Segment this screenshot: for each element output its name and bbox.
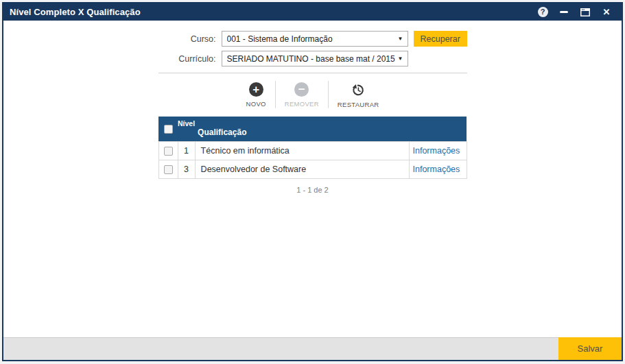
table-row: 3 Desenvolvedor de Software Informações	[158, 160, 467, 178]
titlebar: Nível Completo X Qualificação ? ✕	[3, 3, 622, 21]
minimize-button[interactable]	[556, 5, 572, 20]
chevron-down-icon: ▼	[398, 36, 403, 42]
close-button[interactable]: ✕	[598, 5, 615, 20]
content-area: Curso: 001 - Sistema de Informação ▼ Rec…	[3, 21, 622, 337]
help-icon: ?	[538, 7, 548, 17]
curriculo-select-value: SERIADO MATUTINO - base base mat / 20151	[227, 54, 395, 64]
salvar-button[interactable]: Salvar	[558, 337, 622, 360]
content-column: Curso: 001 - Sistema de Informação ▼ Rec…	[158, 21, 467, 194]
chevron-down-icon: ▼	[398, 56, 403, 62]
restaurar-button-label: RESTAURAR	[338, 101, 379, 108]
select-all-checkbox[interactable]	[164, 125, 173, 134]
row-checkbox-cell	[158, 141, 178, 160]
help-button[interactable]: ?	[534, 5, 551, 20]
curso-select-value: 001 - Sistema de Informação	[227, 34, 395, 44]
row-checkbox[interactable]	[164, 165, 173, 174]
curso-row: Curso: 001 - Sistema de Informação ▼ Rec…	[158, 31, 467, 47]
form-divider	[158, 73, 467, 73]
curriculo-row: Currículo: SERIADO MATUTINO - base base …	[158, 51, 467, 66]
header-checkbox-cell	[158, 117, 178, 141]
plus-circle-icon: +	[249, 82, 263, 97]
pagination-text: 1 - 1 de 2	[158, 186, 467, 194]
qualificacao-table: Nível Qualificação 1 Técnico em informát…	[158, 117, 467, 179]
remover-button[interactable]: − REMOVER	[275, 81, 328, 108]
row-checkbox[interactable]	[164, 147, 173, 156]
informacoes-link[interactable]: Informações	[413, 146, 460, 156]
restaurar-button[interactable]: RESTAURAR	[328, 81, 388, 108]
maximize-button[interactable]	[577, 5, 593, 20]
footer-bar: Salvar	[3, 337, 622, 360]
curriculo-label: Currículo:	[158, 54, 216, 64]
novo-button[interactable]: + NOVO	[237, 81, 275, 108]
table-body: 1 Técnico em informática Informações 3 D…	[158, 141, 467, 178]
header-nivel: Nível	[178, 117, 195, 141]
novo-button-label: NOVO	[246, 100, 266, 108]
header-info	[409, 117, 467, 141]
row-info-cell: Informações	[409, 160, 467, 178]
window-title: Nível Completo X Qualificação	[10, 7, 141, 17]
minus-circle-icon: −	[294, 82, 309, 97]
restore-history-icon	[351, 82, 366, 97]
minimize-icon	[560, 11, 568, 13]
table-row: 1 Técnico em informática Informações	[158, 141, 467, 160]
row-nivel: 1	[178, 141, 195, 160]
table-toolbar: + NOVO − REMOVER RESTAURAR	[158, 81, 467, 108]
maximize-icon	[580, 8, 590, 16]
modal-window: Nível Completo X Qualificação ? ✕ Curso:	[2, 2, 623, 361]
informacoes-link[interactable]: Informações	[413, 165, 460, 174]
row-qualificacao: Desenvolvedor de Software	[195, 160, 409, 178]
header-qualificacao: Qualificação	[195, 117, 409, 141]
recuperar-button[interactable]: Recuperar	[414, 31, 467, 47]
curso-select[interactable]: 001 - Sistema de Informação ▼	[222, 31, 408, 47]
table-header: Nível Qualificação	[158, 117, 467, 141]
row-info-cell: Informações	[409, 141, 467, 160]
curso-label: Curso:	[158, 34, 216, 44]
row-qualificacao: Técnico em informática	[195, 141, 409, 160]
curriculo-select[interactable]: SERIADO MATUTINO - base base mat / 20151…	[222, 51, 408, 66]
close-icon: ✕	[603, 8, 611, 16]
remover-button-label: REMOVER	[285, 100, 319, 108]
row-nivel: 3	[178, 160, 195, 178]
row-checkbox-cell	[158, 160, 178, 178]
